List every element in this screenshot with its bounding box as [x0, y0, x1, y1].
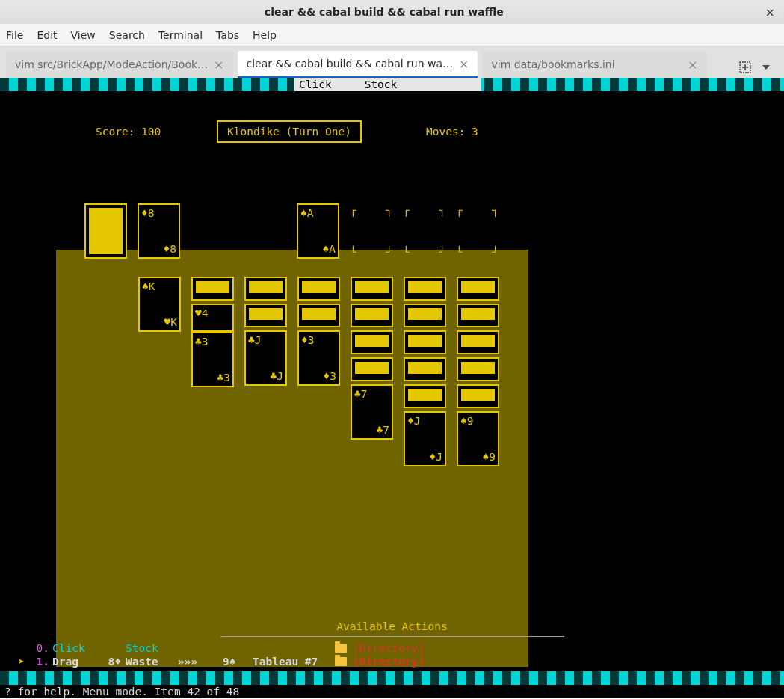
- folder-icon: [335, 641, 353, 655]
- border-bottom: [0, 671, 784, 685]
- facedown-card[interactable]: [191, 277, 234, 301]
- tableau-col-5[interactable]: ♣7 ♣7: [351, 277, 393, 466]
- action-caret: ➤: [18, 655, 31, 668]
- card-club-j[interactable]: ♣J ♣J: [244, 330, 287, 386]
- tab-1[interactable]: vim src/BrickApp/ModeAction/Book… ×: [6, 51, 233, 78]
- status-line: ? for help. Menu mode. Item 42 of 48: [0, 685, 784, 698]
- card-spade-9[interactable]: ♠9 ♠9: [457, 411, 499, 466]
- card-club-7[interactable]: ♣7 ♣7: [351, 384, 393, 440]
- tableau-col-6[interactable]: ♦J ♦J: [404, 277, 446, 466]
- facedown-card[interactable]: [244, 304, 287, 327]
- waste-card-tl: ♦8: [141, 206, 154, 220]
- terminal-viewport[interactable]: Click Stock Score: 100 Klondike (Turn On…: [0, 78, 784, 698]
- game-board: ♦8 ♦8 ♠A ♠A ┌┐ └┘ ┌┐ └┘ ┌┐ └┘: [56, 250, 528, 667]
- tableau-col-7[interactable]: ♠9 ♠9: [457, 277, 499, 466]
- tableau: ♠K ♥K ♥4 ♣3 ♣3 ♣J: [138, 277, 499, 466]
- foundation-1-tl: ♠A: [300, 206, 313, 220]
- facedown-card[interactable]: [351, 357, 393, 381]
- tableau-col-3[interactable]: ♣J ♣J: [244, 277, 287, 466]
- window-title: clear && cabal build && cabal run waffle: [6, 6, 762, 18]
- action-destination: Tableau #7: [253, 655, 335, 668]
- tab-bar: vim src/BrickApp/ModeAction/Book… × clea…: [0, 46, 784, 78]
- menu-help[interactable]: Help: [253, 29, 277, 41]
- score-label: Score: 100: [96, 125, 161, 138]
- card-back: [89, 208, 123, 254]
- topbar-action: Click: [299, 78, 332, 91]
- tab-1-close-icon[interactable]: ×: [214, 58, 223, 72]
- card-diamond-3[interactable]: ♦3 ♦3: [297, 330, 340, 386]
- facedown-card[interactable]: [404, 304, 446, 327]
- foundation-3[interactable]: ┌┐ └┘: [403, 203, 445, 259]
- action-verb: Click: [52, 641, 96, 655]
- facedown-card[interactable]: [351, 277, 393, 301]
- window-titlebar: clear && cabal build && cabal run waffle…: [0, 0, 784, 24]
- card-heart-4[interactable]: ♥4: [191, 304, 234, 332]
- foundation-2[interactable]: ┌┐ └┘: [350, 203, 392, 259]
- facedown-card[interactable]: [404, 357, 446, 381]
- waste-card-br: ♦8: [164, 242, 176, 256]
- menu-tabs[interactable]: Tabs: [216, 29, 239, 41]
- tableau-col-2[interactable]: ♥4 ♣3 ♣3: [191, 277, 234, 466]
- facedown-card[interactable]: [457, 304, 499, 327]
- facedown-card[interactable]: [351, 304, 393, 327]
- facedown-card[interactable]: [404, 330, 446, 354]
- facedown-card[interactable]: [244, 277, 287, 301]
- menu-search[interactable]: Search: [109, 29, 145, 41]
- tab-1-label: vim src/BrickApp/ModeAction/Book…: [15, 58, 208, 70]
- action-row-0[interactable]: 0. Click Stock [Directory]: [0, 641, 784, 655]
- stock-area[interactable]: [28, 203, 80, 266]
- tab-menu-icon[interactable]: [762, 63, 771, 72]
- topbar-target: Stock: [365, 78, 398, 91]
- facedown-card[interactable]: [457, 357, 499, 381]
- game-name-box: Klondike (Turn One): [217, 120, 362, 143]
- stock-foundation-row: ♦8 ♦8 ♠A ♠A ┌┐ └┘ ┌┐ └┘ ┌┐ └┘: [84, 203, 499, 259]
- facedown-card[interactable]: [351, 330, 393, 354]
- divider: [220, 636, 564, 637]
- moves-label: Moves: 3: [426, 125, 478, 138]
- tab-3-close-icon[interactable]: ×: [688, 58, 697, 72]
- facedown-card[interactable]: [457, 330, 499, 354]
- foundation-1-br: ♠A: [323, 242, 336, 256]
- card-club-3[interactable]: ♣3 ♣3: [191, 332, 234, 387]
- window-close-button[interactable]: ×: [762, 5, 778, 19]
- foundation-4[interactable]: ┌┐ └┘: [456, 203, 499, 259]
- action-directory-tag: [Directory]: [353, 641, 425, 655]
- tab-3[interactable]: vim data/bookmarks.ini ×: [482, 51, 706, 78]
- tableau-col-4[interactable]: ♦3 ♦3: [297, 277, 340, 466]
- action-source: Waste: [126, 655, 178, 668]
- facedown-card[interactable]: [404, 384, 446, 408]
- tab-2[interactable]: clear && cabal build && cabal run wa… ×: [238, 51, 478, 78]
- action-directory-tag: [Directory]: [353, 655, 425, 668]
- facedown-card[interactable]: [297, 277, 340, 301]
- menu-file[interactable]: File: [6, 29, 23, 41]
- facedown-card[interactable]: [457, 384, 499, 408]
- action-card: 8♦: [96, 655, 126, 668]
- action-dst-card: 9♠: [223, 655, 253, 668]
- tab-2-label: clear && cabal build && cabal run wa…: [247, 58, 454, 70]
- facedown-card[interactable]: [297, 304, 340, 327]
- action-index: 0.: [31, 641, 52, 655]
- action-verb: Drag: [52, 655, 96, 668]
- facedown-card[interactable]: [457, 277, 499, 301]
- facedown-card[interactable]: [404, 277, 446, 301]
- game-topbar: Click Stock: [294, 78, 481, 91]
- tab-2-close-icon[interactable]: ×: [459, 57, 469, 71]
- tab-3-label: vim data/bookmarks.ini: [491, 58, 682, 70]
- card-diamond-j[interactable]: ♦J ♦J: [404, 411, 446, 466]
- available-actions-panel: Available Actions 0. Click Stock [Direct…: [0, 620, 784, 668]
- app-menubar: File Edit View Search Terminal Tabs Help: [0, 24, 784, 46]
- menu-terminal[interactable]: Terminal: [158, 29, 203, 41]
- menu-edit[interactable]: Edit: [37, 29, 57, 41]
- tableau-col-1[interactable]: ♠K ♥K: [138, 277, 181, 466]
- waste-pile[interactable]: ♦8 ♦8: [138, 203, 180, 259]
- foundation-1[interactable]: ♠A ♠A: [297, 203, 339, 259]
- action-index: 1.: [31, 655, 52, 668]
- available-actions-header: Available Actions: [0, 620, 784, 636]
- card-spade-k[interactable]: ♠K ♥K: [138, 277, 181, 332]
- action-row-1[interactable]: ➤ 1. Drag 8♦ Waste »»» 9♠ Tableau #7 [Di…: [0, 655, 784, 668]
- stock-pile[interactable]: [84, 203, 127, 259]
- new-tab-icon[interactable]: [739, 61, 751, 73]
- folder-icon: [335, 655, 353, 668]
- action-arrow: »»»: [178, 655, 223, 668]
- menu-view[interactable]: View: [71, 29, 96, 41]
